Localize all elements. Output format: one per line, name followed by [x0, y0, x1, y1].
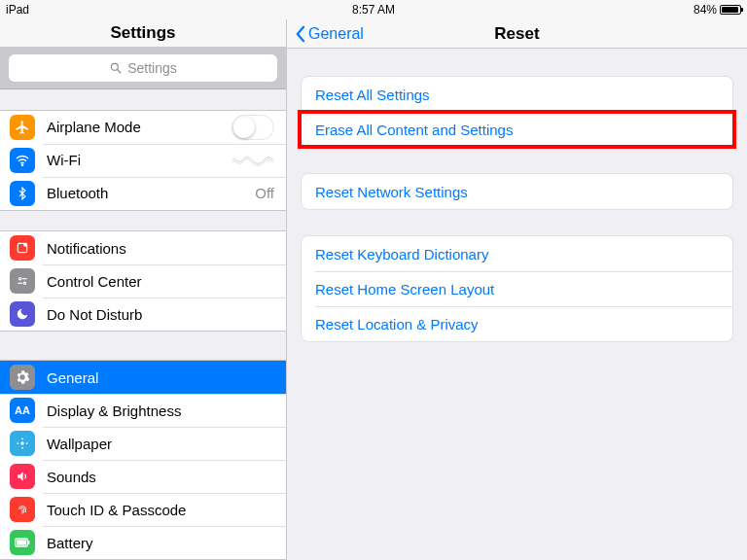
erase-all-content[interactable]: Erase All Content and Settings	[302, 112, 732, 147]
reset-all-settings[interactable]: Reset All Settings	[302, 77, 732, 112]
detail-pane: General Reset Reset All Settings Erase A…	[287, 19, 747, 560]
row-label: Notifications	[47, 240, 274, 257]
row-label: Reset Keyboard Dictionary	[315, 246, 488, 262]
back-button[interactable]: General	[295, 25, 364, 43]
sidebar-item-sounds[interactable]: Sounds	[0, 460, 286, 493]
notifications-icon	[10, 235, 35, 261]
sidebar-item-notifications[interactable]: Notifications	[0, 231, 286, 264]
fingerprint-icon	[10, 497, 35, 522]
gear-icon	[10, 365, 35, 390]
row-label: Reset Location & Privacy	[315, 316, 479, 332]
svg-point-5	[19, 278, 21, 280]
row-label: Do Not Disturb	[47, 306, 274, 323]
row-label: Sounds	[47, 469, 274, 485]
sidebar-title: Settings	[0, 19, 286, 48]
battery-row-icon	[10, 530, 35, 555]
svg-point-13	[26, 442, 28, 444]
row-label: Control Center	[47, 273, 274, 290]
svg-point-12	[17, 442, 18, 444]
sidebar-item-wallpaper[interactable]: Wallpaper	[0, 427, 286, 460]
reset-home-screen[interactable]: Reset Home Screen Layout	[302, 271, 732, 306]
airplane-toggle[interactable]	[231, 115, 274, 140]
search-input[interactable]: Settings	[9, 54, 277, 82]
sidebar-item-dnd[interactable]: Do Not Disturb	[0, 298, 286, 331]
reset-network-settings[interactable]: Reset Network Settings	[302, 174, 732, 209]
back-label: General	[308, 25, 364, 43]
svg-point-11	[21, 447, 23, 449]
wifi-value-redacted	[231, 154, 274, 167]
moon-icon	[10, 301, 35, 327]
sidebar-item-airplane[interactable]: Airplane Mode	[0, 111, 286, 144]
sidebar-item-touchid[interactable]: Touch ID & Passcode	[0, 493, 286, 526]
status-time: 8:57 AM	[352, 3, 395, 17]
settings-sidebar: Settings Settings Airplane Mode Wi-Fi Bl…	[0, 19, 287, 560]
search-icon	[109, 61, 123, 75]
bluetooth-icon	[10, 181, 35, 206]
sidebar-item-display[interactable]: AA Display & Brightness	[0, 394, 286, 427]
sidebar-item-general[interactable]: General	[0, 361, 286, 394]
svg-rect-15	[28, 541, 29, 544]
svg-point-0	[112, 63, 119, 70]
chevron-left-icon	[295, 25, 305, 43]
row-label: Touch ID & Passcode	[47, 502, 274, 518]
search-placeholder: Settings	[127, 60, 177, 76]
sidebar-item-wifi[interactable]: Wi-Fi	[0, 144, 286, 177]
row-label: Display & Brightness	[47, 402, 274, 419]
svg-point-9	[20, 441, 24, 445]
row-label: Airplane Mode	[47, 119, 220, 135]
status-battery-pct: 84%	[694, 3, 717, 17]
detail-title: Reset	[494, 24, 539, 44]
row-label: Bluetooth	[47, 185, 243, 201]
row-label: Battery	[47, 535, 274, 551]
row-label: Wallpaper	[47, 436, 274, 452]
sidebar-item-control-center[interactable]: Control Center	[0, 264, 286, 298]
svg-point-10	[21, 438, 23, 439]
row-label: Reset All Settings	[315, 87, 430, 103]
status-device: iPad	[6, 3, 29, 17]
sounds-icon	[10, 464, 35, 489]
svg-rect-16	[17, 540, 26, 544]
bluetooth-value: Off	[255, 185, 274, 201]
row-label: Reset Home Screen Layout	[315, 281, 494, 298]
airplane-icon	[10, 115, 35, 140]
sidebar-item-battery[interactable]: Battery	[0, 526, 286, 559]
wallpaper-icon	[10, 431, 35, 456]
display-icon: AA	[10, 398, 35, 423]
control-center-icon	[10, 268, 35, 294]
reset-location-privacy[interactable]: Reset Location & Privacy	[302, 306, 732, 341]
wifi-icon	[10, 148, 35, 173]
reset-keyboard-dictionary[interactable]: Reset Keyboard Dictionary	[302, 236, 732, 271]
svg-point-7	[23, 283, 25, 285]
sidebar-item-bluetooth[interactable]: Bluetooth Off	[0, 177, 286, 210]
svg-line-1	[118, 69, 122, 73]
row-label: Reset Network Settings	[315, 184, 468, 200]
row-label: General	[47, 369, 274, 386]
row-label: Erase All Content and Settings	[315, 122, 513, 138]
svg-point-2	[21, 164, 22, 165]
status-bar: iPad 8:57 AM 84%	[0, 0, 747, 19]
battery-icon	[720, 5, 741, 15]
row-label: Wi-Fi	[47, 152, 220, 168]
detail-navbar: General Reset	[287, 19, 747, 49]
svg-point-4	[23, 244, 27, 248]
